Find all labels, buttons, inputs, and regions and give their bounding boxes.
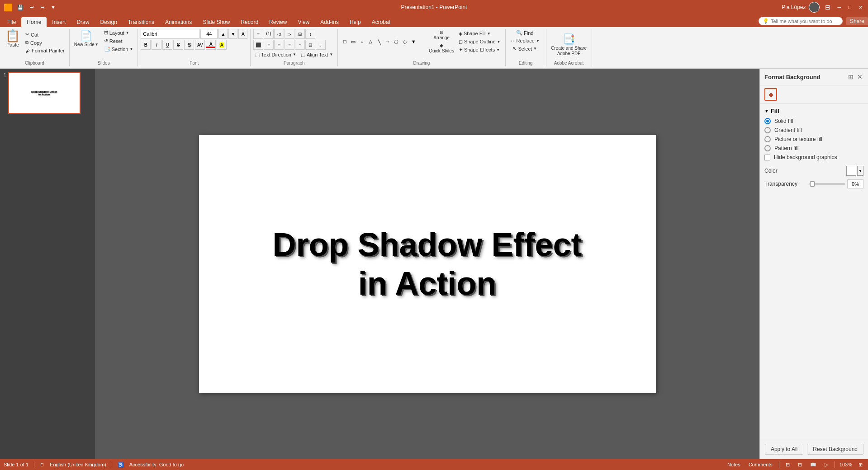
undo-button[interactable]: ↩ bbox=[28, 4, 36, 11]
quick-styles-button[interactable]: ◆ Quick Styles bbox=[427, 42, 456, 54]
gradient-fill-option[interactable]: Gradient fill bbox=[764, 127, 863, 133]
save-button[interactable]: 💾 bbox=[15, 4, 25, 11]
solid-fill-radio[interactable] bbox=[764, 118, 771, 124]
tab-help[interactable]: Help bbox=[344, 17, 366, 27]
bullet-list-button[interactable]: ≡ bbox=[253, 29, 263, 39]
shape-pentagon[interactable]: ⬠ bbox=[392, 38, 400, 46]
panel-close-button[interactable]: ✕ bbox=[856, 72, 863, 81]
tab-file[interactable]: File bbox=[2, 17, 21, 27]
comments-button[interactable]: Comments bbox=[747, 461, 774, 468]
shape-arrow[interactable]: → bbox=[384, 38, 392, 46]
picture-fill-option[interactable]: Picture or texture fill bbox=[764, 136, 863, 142]
decrease-indent-button[interactable]: ◁ bbox=[274, 29, 284, 39]
tell-me-box[interactable]: 💡 bbox=[759, 17, 843, 25]
tab-draw[interactable]: Draw bbox=[71, 17, 95, 27]
align-center-button[interactable]: ≡ bbox=[264, 40, 274, 50]
apply-to-all-button[interactable]: Apply to All bbox=[765, 444, 803, 455]
transparency-slider-thumb[interactable] bbox=[810, 181, 815, 187]
underline-button[interactable]: U bbox=[162, 40, 172, 50]
color-dropdown-button[interactable]: ▼ bbox=[857, 166, 863, 176]
customize-qat-button[interactable]: ▼ bbox=[49, 4, 57, 11]
align-left-button[interactable]: ⬛ bbox=[253, 40, 263, 50]
shape-more[interactable]: ▼ bbox=[409, 38, 417, 46]
slide-thumbnail-1[interactable]: Drop Shadow Effectin Action bbox=[8, 72, 81, 114]
tab-view[interactable]: View bbox=[292, 17, 315, 27]
shadow-button[interactable]: S bbox=[184, 40, 194, 50]
reset-button[interactable]: ↺ Reset bbox=[102, 37, 135, 45]
shape-fill-button[interactable]: ◈ Shape Fill ▼ bbox=[457, 30, 503, 38]
fit-slide-button[interactable]: ⊞ bbox=[857, 461, 864, 469]
text-direction-button[interactable]: ⬚ Text Direction ▼ bbox=[253, 51, 298, 58]
align-bottom-button[interactable]: ↓ bbox=[316, 40, 326, 50]
tab-design[interactable]: Design bbox=[95, 17, 122, 27]
transparency-input[interactable] bbox=[847, 179, 863, 188]
font-size-input[interactable] bbox=[200, 29, 218, 39]
pattern-fill-option[interactable]: Pattern fill bbox=[764, 145, 863, 151]
reset-background-button[interactable]: Reset Background bbox=[807, 444, 863, 455]
align-right-button[interactable]: ≡ bbox=[274, 40, 284, 50]
increase-font-button[interactable]: ▲ bbox=[218, 29, 228, 39]
normal-view-button[interactable]: ⊟ bbox=[784, 461, 792, 469]
justify-button[interactable]: ≡ bbox=[285, 40, 294, 50]
fill-header[interactable]: ▼ Fill bbox=[764, 108, 863, 114]
format-painter-button[interactable]: 🖌 Format Painter bbox=[24, 47, 66, 54]
find-button[interactable]: 🔍 Find bbox=[514, 29, 535, 37]
slide-canvas[interactable]: Drop Shadow Effect in Action bbox=[199, 135, 656, 393]
slideshow-button[interactable]: ▷ bbox=[823, 461, 830, 469]
minimize-button[interactable]: ─ bbox=[836, 4, 843, 11]
font-name-input[interactable] bbox=[141, 29, 199, 39]
shape-triangle[interactable]: △ bbox=[366, 38, 375, 46]
arrange-button[interactable]: ⊟ Arrange bbox=[427, 29, 456, 41]
align-text-button[interactable]: ⬚ Align Text ▼ bbox=[299, 51, 335, 58]
pattern-fill-radio[interactable] bbox=[764, 145, 771, 151]
align-middle-button[interactable]: ⊟ bbox=[305, 40, 315, 50]
tab-review[interactable]: Review bbox=[264, 17, 292, 27]
clear-formatting-button[interactable]: A bbox=[238, 29, 247, 39]
italic-button[interactable]: I bbox=[152, 40, 161, 50]
tab-transitions[interactable]: Transitions bbox=[123, 17, 160, 27]
tab-animations[interactable]: Animations bbox=[160, 17, 197, 27]
reading-view-button[interactable]: 📖 bbox=[808, 461, 818, 469]
ribbon-display-options-button[interactable]: ⊟ bbox=[823, 3, 832, 12]
solid-fill-option[interactable]: Solid fill bbox=[764, 118, 863, 124]
tab-acrobat[interactable]: Acrobat bbox=[366, 17, 396, 27]
color-picker[interactable]: ▼ bbox=[846, 166, 863, 176]
redo-button[interactable]: ↪ bbox=[38, 4, 46, 11]
tab-slideshow[interactable]: Slide Show bbox=[197, 17, 235, 27]
shape-outline-button[interactable]: ◻ Shape Outline ▼ bbox=[457, 38, 503, 46]
fill-tab-icon[interactable]: ◆ bbox=[764, 88, 777, 101]
create-share-pdf-button[interactable]: 📑 Create and Share Adobe PDF bbox=[549, 33, 589, 57]
replace-button[interactable]: ↔ Replace ▼ bbox=[508, 37, 541, 44]
shape-rounded-rect[interactable]: ▭ bbox=[349, 38, 357, 46]
tell-me-input[interactable] bbox=[771, 19, 839, 24]
paste-button[interactable]: 📋 Paste bbox=[3, 29, 23, 48]
close-button[interactable]: ✕ bbox=[857, 4, 864, 11]
char-spacing-button[interactable]: AV bbox=[195, 40, 205, 50]
gradient-fill-radio[interactable] bbox=[764, 127, 771, 133]
tab-addins[interactable]: Add-ins bbox=[315, 17, 344, 27]
highlight-color-button[interactable]: A bbox=[217, 40, 227, 50]
restore-button[interactable]: □ bbox=[846, 4, 853, 11]
font-color-dropdown-button[interactable]: A bbox=[206, 40, 216, 50]
strikethrough-button[interactable]: S bbox=[173, 40, 183, 50]
tab-record[interactable]: Record bbox=[235, 17, 264, 27]
select-button[interactable]: ↖ Select ▼ bbox=[511, 45, 539, 52]
layout-button[interactable]: ⊞ Layout ▼ bbox=[102, 29, 135, 37]
shape-diamond[interactable]: ◇ bbox=[401, 38, 409, 46]
align-top-button[interactable]: ↑ bbox=[295, 40, 305, 50]
picture-fill-radio[interactable] bbox=[764, 136, 771, 142]
tab-insert[interactable]: Insert bbox=[47, 17, 71, 27]
shape-line[interactable]: ╲ bbox=[375, 38, 383, 46]
decrease-font-button[interactable]: ▼ bbox=[228, 29, 237, 39]
increase-indent-button[interactable]: ▷ bbox=[285, 29, 294, 39]
shape-effects-button[interactable]: ✦ Shape Effects ▼ bbox=[457, 46, 503, 54]
hide-graphics-checkbox[interactable] bbox=[764, 155, 770, 160]
share-button[interactable]: Share bbox=[846, 17, 868, 25]
transparency-slider[interactable] bbox=[809, 183, 845, 185]
notes-button[interactable]: Notes bbox=[726, 461, 742, 468]
bold-button[interactable]: B bbox=[141, 40, 151, 50]
shape-rect[interactable]: □ bbox=[341, 38, 349, 46]
columns-button[interactable]: ⊟ bbox=[295, 29, 305, 39]
new-slide-button[interactable]: 📄 New Slide ▼ bbox=[72, 29, 100, 48]
section-button[interactable]: 📑 Section ▼ bbox=[102, 45, 135, 53]
